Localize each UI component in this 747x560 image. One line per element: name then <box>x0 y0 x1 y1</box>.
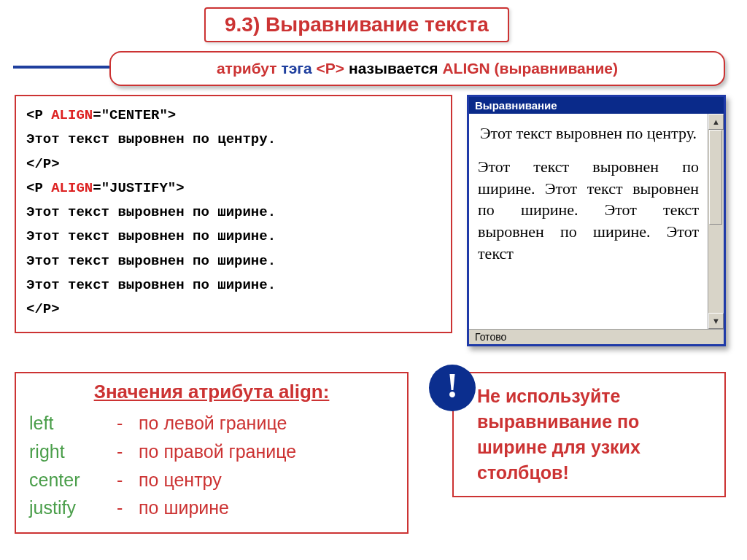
code-text: ="JUSTIFY"> <box>93 180 184 196</box>
browser-body: Этот текст выровнен по центру. Этот текс… <box>469 114 724 329</box>
value-desc: по правой границе <box>139 438 296 466</box>
scroll-track[interactable] <box>708 130 724 313</box>
values-header: Значения атрибута align: <box>29 381 394 403</box>
section-title: 9.3) Выравнивание текста <box>225 13 489 36</box>
subtitle-w2: тэга <box>281 60 311 77</box>
warning-icon: ! <box>429 365 476 411</box>
scrollbar[interactable]: ▲ ▼ <box>708 114 724 329</box>
subtitle-w3: называется <box>349 60 438 77</box>
scroll-up-icon[interactable]: ▲ <box>708 114 724 130</box>
code-text: <P <box>26 180 51 196</box>
code-text: <P <box>26 107 51 123</box>
code-line: </P> <box>26 152 441 176</box>
browser-content: Этот текст выровнен по центру. Этот текс… <box>469 114 708 329</box>
value-row: right - по правой границе <box>29 438 394 466</box>
code-line: <P ALIGN="JUSTIFY"> <box>26 176 441 201</box>
code-line: Этот текст выровнен по ширине. <box>26 201 441 225</box>
subtitle-w1: атрибут <box>217 60 277 77</box>
preview-center-text: Этот текст выровнен по центру. <box>478 124 699 143</box>
browser-titlebar: Выравнивание <box>469 97 724 114</box>
value-key: justify <box>29 494 117 522</box>
scroll-down-icon[interactable]: ▼ <box>708 313 724 329</box>
value-dash: - <box>117 494 139 522</box>
warning-box: Не используйте выравнивание по ширине дл… <box>452 372 726 497</box>
section-title-box: 9.3) Выравнивание текста <box>204 7 509 42</box>
code-example: <P ALIGN="CENTER"> Этот текст выровнен п… <box>15 95 452 333</box>
value-dash: - <box>117 409 139 438</box>
code-line: Этот текст выровнен по ширине. <box>26 249 441 273</box>
code-attr: ALIGN <box>51 107 93 123</box>
preview-justify-text: Этот текст выровнен по ширине. Этот текс… <box>478 156 699 264</box>
code-line: </P> <box>26 298 441 322</box>
code-line: Этот текст выровнен по центру. <box>26 128 441 152</box>
value-key: center <box>29 466 117 494</box>
value-dash: - <box>117 438 139 466</box>
code-line: <P ALIGN="CENTER"> <box>26 104 441 128</box>
value-row: center - по центру <box>29 466 394 494</box>
value-desc: по центру <box>139 466 222 494</box>
value-row: left - по левой границе <box>29 409 394 438</box>
code-line: Этот текст выровнен по ширине. <box>26 225 441 249</box>
code-attr: ALIGN <box>51 180 93 196</box>
value-desc: по левой границе <box>139 409 287 438</box>
value-desc: по ширине <box>139 494 229 522</box>
subtitle-tag: <P> <box>317 60 345 77</box>
code-line: Этот текст выровнен по ширине. <box>26 273 441 298</box>
value-key: left <box>29 409 117 438</box>
value-row: justify - по ширине <box>29 494 394 522</box>
value-dash: - <box>117 466 139 494</box>
decorative-rule <box>13 66 123 69</box>
subtitle-box: атрибут тэга <P> называется ALIGN (вырав… <box>109 51 725 86</box>
code-text: ="CENTER"> <box>93 107 176 123</box>
value-key: right <box>29 438 117 466</box>
subtitle-w4: ALIGN (выравнивание) <box>442 60 618 77</box>
browser-status: Готово <box>469 329 724 344</box>
browser-preview: Выравнивание Этот текст выровнен по цент… <box>467 95 726 346</box>
warning-text: Не используйте выравнивание по ширине дл… <box>477 386 640 483</box>
align-values-box: Значения атрибута align: left - по левой… <box>15 372 409 534</box>
scroll-thumb[interactable] <box>709 130 722 225</box>
